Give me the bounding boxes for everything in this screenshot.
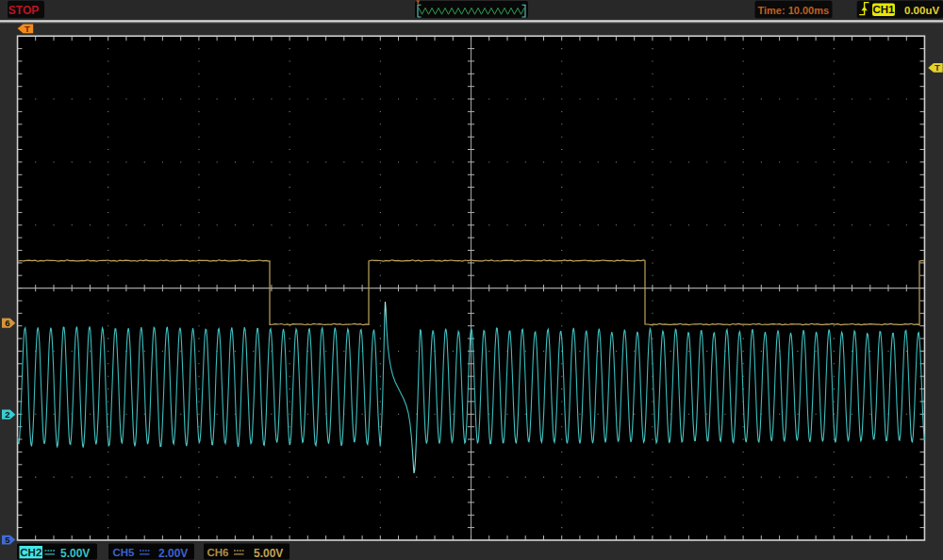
svg-text:CH1: CH1	[872, 4, 895, 15]
svg-text:Time: 10.00ms: Time: 10.00ms	[758, 5, 830, 16]
svg-text:T: T	[25, 24, 30, 34]
svg-text:STOP: STOP	[8, 4, 39, 17]
svg-text:2: 2	[5, 409, 9, 420]
svg-text:2.00V: 2.00V	[158, 547, 188, 560]
svg-text:CH2: CH2	[20, 547, 41, 558]
svg-text:6: 6	[5, 318, 9, 328]
svg-text:5: 5	[5, 535, 10, 545]
svg-text:5.00V: 5.00V	[60, 547, 90, 560]
svg-text:CH5: CH5	[113, 547, 136, 558]
svg-text:0.00uV: 0.00uV	[904, 5, 939, 16]
svg-text:CH6: CH6	[207, 547, 229, 558]
svg-text:5.00V: 5.00V	[254, 547, 283, 560]
svg-text:T: T	[935, 62, 940, 73]
